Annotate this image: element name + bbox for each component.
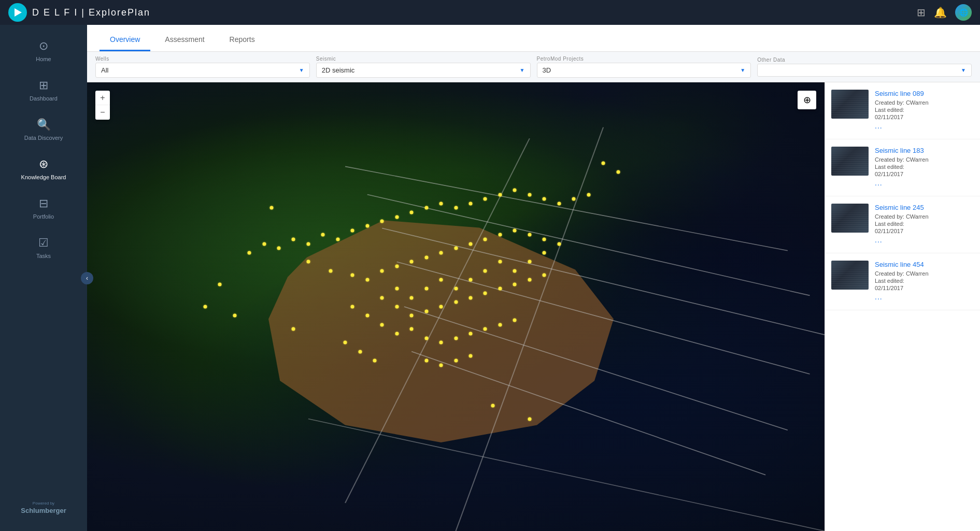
seismic-card: Seismic line 454 Created by: CWarren Las… xyxy=(825,253,980,310)
dashboard-icon: ⊞ xyxy=(39,79,48,92)
layer-button[interactable]: ⊕ xyxy=(798,91,816,109)
well-dot xyxy=(351,305,354,309)
filter-petromod-select[interactable]: 3D ▼ xyxy=(537,63,751,78)
seismic-title[interactable]: Seismic line 454 xyxy=(875,261,974,268)
seismic-card: Seismic line 089 Created by: CWarren Las… xyxy=(825,82,980,139)
well-dot xyxy=(410,260,414,264)
well-dot xyxy=(491,404,494,407)
app-title: D E L F I | ExplorePlan xyxy=(32,7,150,18)
seismic-title[interactable]: Seismic line 089 xyxy=(875,90,974,97)
seismic-more-button[interactable]: ··· xyxy=(875,237,974,246)
seismic-title[interactable]: Seismic line 245 xyxy=(875,204,974,211)
sidebar-item-home[interactable]: ⊙ Home xyxy=(0,33,87,68)
bell-icon[interactable]: 🔔 xyxy=(934,6,947,19)
sidebar-collapse-button[interactable]: ‹ xyxy=(81,272,93,284)
sidebar-item-dashboard[interactable]: ⊞ Dashboard xyxy=(0,73,87,108)
well-dot xyxy=(292,238,295,241)
tab-bar: Overview Assessment Reports xyxy=(87,25,980,52)
seismic-title[interactable]: Seismic line 183 xyxy=(875,147,974,154)
map-background xyxy=(87,82,825,531)
well-dot xyxy=(306,260,310,264)
filter-other-select[interactable]: ▼ xyxy=(757,64,972,77)
well-dot xyxy=(365,224,369,228)
well-dot xyxy=(277,247,280,250)
sidebar-footer: Powered by Schlumberger xyxy=(17,493,70,523)
well-dot xyxy=(373,358,376,362)
seismic-thumbnail[interactable] xyxy=(831,147,869,176)
well-dot xyxy=(365,278,369,282)
well-dot xyxy=(454,358,458,362)
main-layout: ‹ ⊙ Home ⊞ Dashboard 🔍 Data Discovery ⊛ … xyxy=(0,25,980,531)
zoom-out-button[interactable]: − xyxy=(95,105,110,120)
filter-seismic-value: 2D seismic xyxy=(322,66,355,74)
filter-petromod-value: 3D xyxy=(543,66,551,74)
grid-icon[interactable]: ⊞ xyxy=(917,6,926,19)
seismic-info: Seismic line 089 Created by: CWarren Las… xyxy=(875,90,974,132)
well-dot xyxy=(395,215,399,219)
seismic-thumbnail[interactable] xyxy=(831,261,869,290)
sidebar-item-tasks[interactable]: ☑ Tasks xyxy=(0,230,87,265)
seismic-more-button[interactable]: ··· xyxy=(875,294,974,303)
topbar-right: ⊞ 🔔 🌐 xyxy=(917,4,972,21)
filter-wells-value: All xyxy=(101,66,108,74)
well-dot xyxy=(513,188,517,192)
seismic-info: Seismic line 454 Created by: CWarren Las… xyxy=(875,261,974,303)
sidebar-item-knowledge-board[interactable]: ⊛ Knowledge Board xyxy=(0,151,87,186)
seismic-more-button[interactable]: ··· xyxy=(875,123,974,132)
well-dot xyxy=(424,358,428,362)
well-dot xyxy=(513,228,517,232)
well-dot xyxy=(395,332,399,335)
map-container[interactable]: + − ⊕ xyxy=(87,82,825,531)
seismic-thumbnail[interactable] xyxy=(831,90,869,119)
well-dot xyxy=(203,305,207,309)
well-dot xyxy=(498,323,502,326)
seismic-more-button[interactable]: ··· xyxy=(875,180,974,189)
filter-wells-select[interactable]: All ▼ xyxy=(95,63,310,78)
well-dot xyxy=(365,314,369,318)
zoom-in-button[interactable]: + xyxy=(95,91,110,105)
well-dot xyxy=(468,202,472,205)
well-dot xyxy=(233,314,236,318)
well-dot xyxy=(344,341,347,345)
well-dot xyxy=(513,318,517,322)
seismic-info: Seismic line 245 Created by: CWarren Las… xyxy=(875,204,974,246)
tab-overview[interactable]: Overview xyxy=(100,28,150,51)
tab-assessment[interactable]: Assessment xyxy=(154,28,215,51)
well-dot xyxy=(498,260,502,264)
well-dot xyxy=(528,278,531,282)
well-dot xyxy=(395,305,399,309)
wells-container xyxy=(87,82,825,531)
tab-reports[interactable]: Reports xyxy=(219,28,265,51)
seismic-thumbnail[interactable] xyxy=(831,204,869,233)
powered-by-label: Powered by xyxy=(21,501,66,506)
sidebar-item-data-discovery[interactable]: 🔍 Data Discovery xyxy=(0,112,87,147)
user-avatar[interactable]: 🌐 xyxy=(955,4,972,21)
seismic-created-by: Created by: CWarren xyxy=(875,270,974,277)
well-dot xyxy=(557,242,561,246)
well-dot xyxy=(543,238,546,241)
well-dot xyxy=(410,314,414,318)
sidebar-item-portfolio[interactable]: ⊟ Portfolio xyxy=(0,191,87,226)
portfolio-icon: ⊟ xyxy=(39,197,48,210)
well-dot xyxy=(484,327,487,331)
map-area: + − ⊕ Seismic line 089 Created by: CWarr… xyxy=(87,82,980,531)
home-icon: ⊙ xyxy=(39,39,48,53)
topbar-left: D E L F I | ExplorePlan xyxy=(8,3,150,22)
well-dot xyxy=(468,296,472,299)
filter-seismic-select[interactable]: 2D seismic ▼ xyxy=(316,63,531,78)
well-dot xyxy=(468,278,472,282)
filter-bar: Wells All ▼ Seismic 2D seismic ▼ PetroMo… xyxy=(87,52,980,82)
well-dot xyxy=(424,336,428,340)
well-dot xyxy=(454,300,458,304)
well-dot xyxy=(454,206,458,210)
seismic-last-edited-label: Last edited: xyxy=(875,107,974,113)
well-dot xyxy=(424,309,428,313)
well-dot xyxy=(557,202,561,205)
sidebar-label-data-discovery: Data Discovery xyxy=(24,135,63,141)
well-dot xyxy=(248,251,251,255)
well-dot xyxy=(269,206,273,210)
well-dot xyxy=(329,269,332,272)
well-dot xyxy=(439,305,443,309)
topbar: D E L F I | ExplorePlan ⊞ 🔔 🌐 xyxy=(0,0,980,25)
app-logo[interactable] xyxy=(8,3,27,22)
